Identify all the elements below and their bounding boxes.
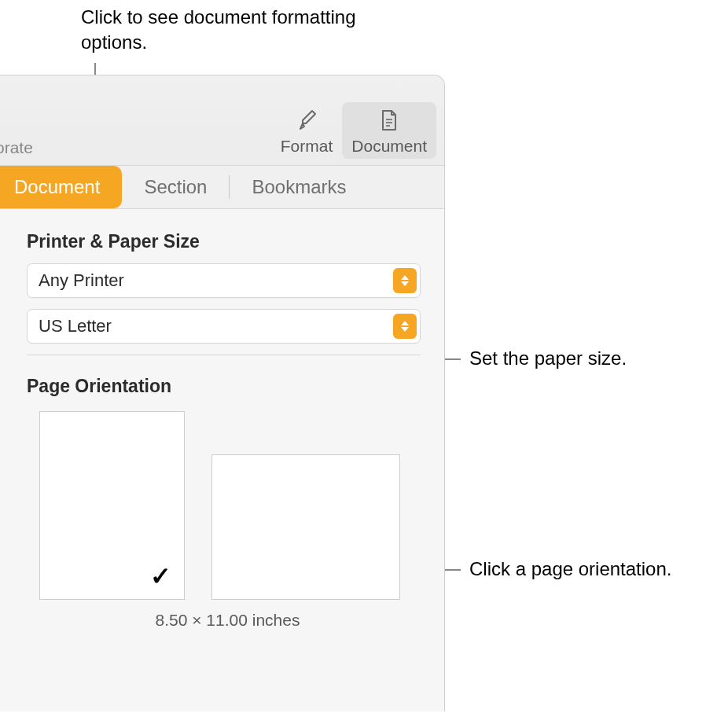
inspector-panel: orate Format — [0, 75, 445, 711]
page-orientation-title: Page Orientation — [27, 376, 421, 397]
page-dimensions: 8.50 × 11.00 inches — [35, 611, 421, 630]
tab-section[interactable]: Section — [122, 166, 229, 208]
callout-paper-size: Set the paper size. — [469, 346, 627, 371]
tabs-row: Document Section Bookmarks — [0, 166, 444, 209]
document-label: Document — [351, 137, 427, 156]
printer-value: Any Printer — [39, 270, 124, 291]
format-button[interactable]: Format — [271, 102, 343, 159]
inspector-content: Printer & Paper Size Any Printer US Lett… — [0, 209, 444, 630]
paper-size-select[interactable]: US Letter — [27, 309, 421, 344]
paintbrush-icon — [293, 107, 320, 134]
callout-orientation: Click a page orientation. — [469, 557, 671, 582]
document-button[interactable]: Document — [342, 102, 436, 159]
checkmark-icon: ✓ — [150, 561, 171, 591]
toolbar: orate Format — [0, 75, 444, 166]
toolbar-partial-label: orate — [0, 138, 33, 157]
paper-value: US Letter — [39, 316, 112, 336]
printer-paper-title: Printer & Paper Size — [27, 231, 421, 252]
updown-icon — [393, 314, 417, 339]
divider — [27, 355, 421, 355]
orientation-options: ✓ — [39, 411, 421, 600]
callout-document-options: Click to see document formatting options… — [81, 5, 364, 56]
document-icon — [376, 107, 403, 134]
tab-document[interactable]: Document — [0, 166, 122, 208]
tab-bookmarks[interactable]: Bookmarks — [230, 166, 368, 208]
format-label: Format — [281, 137, 333, 156]
updown-icon — [393, 268, 417, 293]
printer-select[interactable]: Any Printer — [27, 263, 421, 298]
orientation-landscape[interactable] — [211, 454, 400, 600]
orientation-portrait[interactable]: ✓ — [39, 411, 185, 600]
